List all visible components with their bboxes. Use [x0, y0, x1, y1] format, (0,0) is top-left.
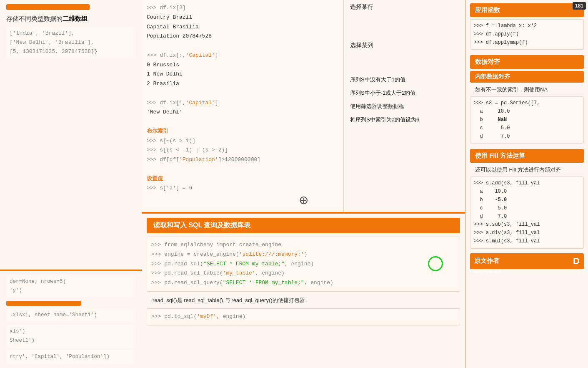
learn-python-text: Learn Python fo: [470, 269, 584, 274]
move-icon: ⊕: [299, 193, 308, 207]
right-section-fill: 使用 Fill 方法运算 还可以以使用 Fill 方法进行内部对齐 >>> s.…: [466, 146, 588, 250]
left-panel: 存储不同类型数据的二维数组 ['India', 'Brazil'], ['New…: [0, 0, 142, 368]
middle-top-left-code: >>> df.ix[2] Country Brazil Capital Bras…: [142, 0, 344, 212]
apply-section-header: 应用函数: [470, 3, 584, 17]
right-section-apply: 应用函数 >>> f = lambda x: x*2 >>> df.apply(…: [466, 0, 588, 52]
main-container: 存储不同类型数据的二维数组 ['India', 'Brazil'], ['New…: [0, 0, 588, 368]
cursor-circle: [428, 256, 443, 271]
right-item-4: 序列S中小于-1或大于2的值: [350, 89, 459, 97]
left-top: 存储不同类型数据的二维数组 ['India', 'Brazil'], ['New…: [0, 0, 142, 270]
number-badge: 181: [573, 2, 586, 10]
bool-section-label: 布尔索引: [147, 128, 168, 134]
right-panel: 181 应用函数 >>> f = lambda x: x*2 >>> df.ap…: [465, 0, 588, 368]
align-section-code: >>> s3 = pd.Series([7, a 10.0 b NaN c 5.…: [470, 96, 584, 144]
middle-top: >>> df.ix[2] Country Brazil Capital Bras…: [142, 0, 465, 214]
left-bottom-code-4: ntry', 'Capital', 'Population']): [6, 350, 135, 364]
autor-d: D: [573, 256, 580, 267]
fill-section-header: 使用 Fill 方法运算: [470, 149, 584, 163]
fill-section-code: >>> s.add(s3, fill_val a 10.0 b -5.0 c 5…: [470, 176, 584, 248]
left-bottom-code-2: .xlsx', sheet_name='Sheet1'): [6, 308, 135, 322]
autor-label: 原文作者: [474, 257, 499, 265]
sql-section-header: 读取和写入 SQL 查询及数据库表: [147, 218, 460, 233]
orange-bar-top: [6, 4, 90, 10]
right-item-5: 使用筛选器调整数据框: [350, 103, 459, 110]
left-chinese-bold: 二维数组: [63, 15, 88, 22]
align-section-text: 如有不一致的索引，则使用NA: [470, 85, 584, 95]
set-value-label: 设置值: [147, 176, 163, 182]
middle-bottom: 读取和写入 SQL 查询及数据库表 >>> from sqlalchemy im…: [142, 214, 465, 368]
right-item-6: 将序列S中索引为a的值设为6: [350, 116, 459, 124]
right-item-3: 序列S中没有大于1的值: [350, 76, 459, 83]
fill-section-text: 还可以以使用 Fill 方法进行内部对齐: [470, 165, 584, 175]
right-item-2: 选择某列: [350, 42, 459, 49]
left-bottom: der=None, nrows=5) 'y') .xlsx', sheet_na…: [0, 270, 142, 368]
autor-section: 原文作者 D: [470, 253, 584, 269]
left-bottom-code: der=None, nrows=5) 'y'): [6, 275, 135, 298]
align-section-header: 数据对齐: [470, 55, 584, 69]
orange-bar-bottom: [6, 301, 81, 306]
apply-section-code: >>> f = lambda x: x*2 >>> df.apply(f) >>…: [470, 19, 584, 50]
right-section-align: 数据对齐 内部数据对齐 如有不一致的索引，则使用NA >>> s3 = pd.S…: [466, 52, 588, 146]
middle-panel: >>> df.ix[2] Country Brazil Capital Bras…: [142, 0, 465, 368]
left-code-block-1: ['India', 'Brazil'], ['New Delhi', 'Bras…: [6, 26, 135, 59]
left-chinese-label: 存储不同类型数据的二维数组: [6, 15, 135, 23]
sql-code-main: >>> from sqlalchemy import create_engine…: [147, 237, 460, 292]
align-sub-header: 内部数据对齐: [470, 71, 584, 83]
left-bottom-code-3: xls') Sheet1'): [6, 325, 135, 348]
sql-note: read_sql()是 read_sql_table() 与 read_sql_…: [147, 295, 460, 306]
middle-top-right: 选择某行 选择某列 序列S中没有大于1的值 序列S中小于-1或大于2的值 使用筛…: [344, 0, 465, 212]
sql-bottom-code: >>> pd.to_sql('myDf', engine): [147, 308, 460, 325]
right-item-1: 选择某行: [350, 3, 459, 11]
